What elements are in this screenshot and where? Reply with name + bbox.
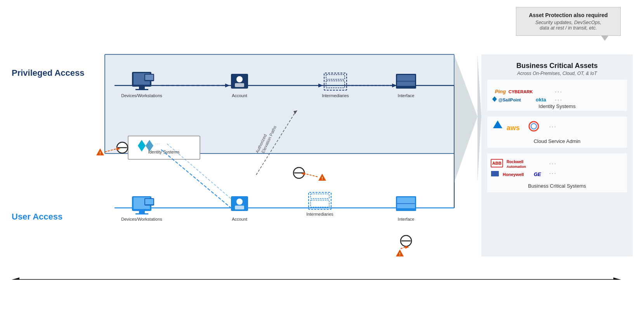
svg-text:Devices/Workstations: Devices/Workstations bbox=[121, 93, 162, 98]
svg-rect-56 bbox=[135, 213, 148, 214]
svg-point-61 bbox=[236, 199, 243, 205]
svg-text:· · ·: · · · bbox=[555, 97, 562, 103]
svg-marker-113 bbox=[12, 277, 19, 280]
svg-text:· · ·: · · · bbox=[155, 142, 160, 146]
svg-marker-114 bbox=[613, 277, 621, 280]
svg-text:!: ! bbox=[99, 151, 101, 155]
svg-text:· · ·: · · · bbox=[549, 124, 556, 129]
svg-text:ABB: ABB bbox=[492, 161, 502, 166]
svg-text:Ping: Ping bbox=[495, 89, 506, 94]
svg-text:Account: Account bbox=[232, 217, 247, 221]
svg-text:· · ·: · · · bbox=[549, 171, 556, 176]
svg-text:!: ! bbox=[321, 176, 323, 181]
svg-text:Business Critical Systems: Business Critical Systems bbox=[528, 183, 586, 189]
svg-text:Intermediaries: Intermediaries bbox=[322, 93, 349, 98]
svg-rect-6 bbox=[139, 87, 145, 89]
svg-rect-66 bbox=[311, 200, 329, 207]
svg-rect-9 bbox=[145, 75, 153, 80]
svg-text:aws: aws bbox=[507, 124, 520, 132]
svg-text:Intermediaries: Intermediaries bbox=[306, 212, 333, 216]
svg-line-76 bbox=[401, 247, 405, 249]
svg-text:Rockwell: Rockwell bbox=[507, 160, 524, 164]
svg-marker-81 bbox=[477, 54, 481, 183]
svg-text:Interface: Interface bbox=[398, 93, 415, 98]
svg-text:Identity Systems: Identity Systems bbox=[538, 103, 576, 109]
svg-rect-107 bbox=[491, 171, 499, 176]
svg-text:· · ·: · · · bbox=[549, 161, 556, 166]
svg-text:CYBERARK: CYBERARK bbox=[509, 89, 533, 94]
svg-rect-29 bbox=[128, 136, 200, 159]
svg-rect-69 bbox=[397, 197, 415, 208]
svg-text:Cloud Service Admin: Cloud Service Admin bbox=[534, 138, 581, 144]
svg-text:GE: GE bbox=[534, 171, 541, 177]
svg-rect-7 bbox=[135, 89, 148, 90]
svg-text:!: ! bbox=[399, 252, 401, 256]
svg-text:· · ·: · · · bbox=[555, 89, 562, 94]
svg-rect-55 bbox=[139, 211, 145, 213]
svg-text:Interface: Interface bbox=[398, 217, 415, 221]
svg-rect-26 bbox=[397, 75, 415, 86]
svg-point-14 bbox=[236, 76, 243, 82]
svg-text:Across On-Premises, Cloud, OT,: Across On-Premises, Cloud, OT, & IoT bbox=[517, 71, 597, 76]
svg-text:Honeywell: Honeywell bbox=[503, 172, 524, 177]
svg-rect-15 bbox=[235, 83, 244, 87]
svg-text:Automation: Automation bbox=[507, 165, 526, 169]
svg-text:Identity Systems: Identity Systems bbox=[148, 150, 180, 154]
svg-line-50 bbox=[305, 174, 318, 177]
svg-text:Account: Account bbox=[232, 93, 247, 98]
svg-text:@SailPoint: @SailPoint bbox=[498, 98, 521, 102]
svg-text:Devices/Workstations: Devices/Workstations bbox=[121, 217, 162, 221]
svg-text:User Access: User Access bbox=[12, 212, 62, 221]
svg-marker-80 bbox=[454, 54, 477, 183]
svg-text:Privileged Access: Privileged Access bbox=[12, 68, 85, 78]
svg-text:Business Critical Assets: Business Critical Assets bbox=[516, 62, 597, 70]
svg-rect-62 bbox=[235, 206, 244, 209]
svg-rect-58 bbox=[145, 199, 153, 204]
svg-text:okta: okta bbox=[536, 97, 547, 103]
svg-rect-65 bbox=[311, 194, 329, 199]
